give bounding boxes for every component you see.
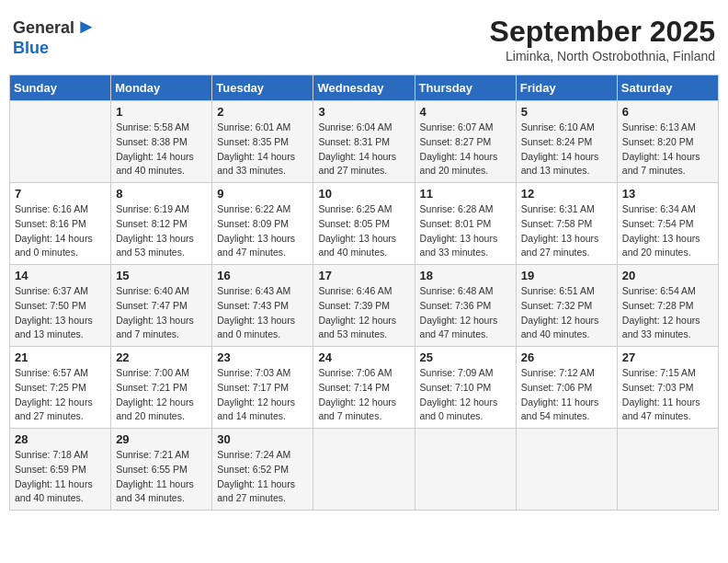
calendar-cell: 24Sunrise: 7:06 AM Sunset: 7:14 PM Dayli…: [313, 347, 415, 429]
day-info: Sunrise: 7:00 AM Sunset: 7:21 PM Dayligh…: [116, 366, 207, 424]
calendar-cell: 15Sunrise: 6:40 AM Sunset: 7:47 PM Dayli…: [111, 265, 212, 347]
calendar-cell: 6Sunrise: 6:13 AM Sunset: 8:20 PM Daylig…: [617, 101, 718, 183]
day-info: Sunrise: 6:34 AM Sunset: 7:54 PM Dayligh…: [622, 202, 713, 260]
day-info: Sunrise: 6:22 AM Sunset: 8:09 PM Dayligh…: [217, 202, 308, 260]
calendar-week-2: 7Sunrise: 6:16 AM Sunset: 8:16 PM Daylig…: [10, 183, 719, 265]
calendar-cell: 7Sunrise: 6:16 AM Sunset: 8:16 PM Daylig…: [10, 183, 111, 265]
calendar-cell: [415, 429, 516, 511]
calendar-week-1: 1Sunrise: 5:58 AM Sunset: 8:38 PM Daylig…: [10, 101, 719, 183]
day-number: 13: [622, 187, 713, 201]
day-info: Sunrise: 6:10 AM Sunset: 8:24 PM Dayligh…: [521, 121, 612, 178]
day-info: Sunrise: 6:37 AM Sunset: 7:50 PM Dayligh…: [15, 284, 106, 342]
calendar-table: SundayMondayTuesdayWednesdayThursdayFrid…: [9, 75, 719, 511]
day-number: 20: [622, 269, 713, 282]
day-info: Sunrise: 7:09 AM Sunset: 7:10 PM Dayligh…: [420, 366, 511, 424]
calendar-cell: [516, 429, 617, 511]
day-info: Sunrise: 7:06 AM Sunset: 7:14 PM Dayligh…: [318, 366, 409, 424]
calendar-cell: 3Sunrise: 6:04 AM Sunset: 8:31 PM Daylig…: [313, 101, 415, 183]
day-number: 4: [420, 105, 511, 119]
weekday-header-monday: Monday: [111, 75, 212, 101]
day-number: 19: [521, 269, 612, 282]
calendar-cell: 1Sunrise: 5:58 AM Sunset: 8:38 PM Daylig…: [111, 101, 212, 183]
day-info: Sunrise: 6:16 AM Sunset: 8:16 PM Dayligh…: [15, 202, 106, 260]
day-number: 18: [420, 269, 511, 282]
weekday-header-wednesday: Wednesday: [313, 75, 415, 101]
calendar-cell: 9Sunrise: 6:22 AM Sunset: 8:09 PM Daylig…: [212, 183, 313, 265]
calendar-week-5: 28Sunrise: 7:18 AM Sunset: 6:59 PM Dayli…: [10, 429, 719, 511]
calendar-cell: 5Sunrise: 6:10 AM Sunset: 8:24 PM Daylig…: [516, 101, 617, 183]
day-info: Sunrise: 6:43 AM Sunset: 7:43 PM Dayligh…: [217, 284, 308, 342]
day-number: 29: [116, 432, 207, 446]
month-title: September 2025: [490, 15, 715, 49]
day-info: Sunrise: 6:19 AM Sunset: 8:12 PM Dayligh…: [116, 202, 207, 260]
day-number: 10: [318, 187, 409, 201]
calendar-cell: 14Sunrise: 6:37 AM Sunset: 7:50 PM Dayli…: [10, 265, 111, 347]
day-info: Sunrise: 6:54 AM Sunset: 7:28 PM Dayligh…: [622, 284, 713, 342]
day-info: Sunrise: 7:18 AM Sunset: 6:59 PM Dayligh…: [15, 448, 106, 506]
day-info: Sunrise: 6:04 AM Sunset: 8:31 PM Dayligh…: [318, 121, 409, 178]
day-info: Sunrise: 7:12 AM Sunset: 7:06 PM Dayligh…: [521, 366, 612, 424]
calendar-cell: 18Sunrise: 6:48 AM Sunset: 7:36 PM Dayli…: [415, 265, 516, 347]
day-number: 14: [15, 269, 106, 282]
logo-blue: Blue: [13, 39, 49, 57]
day-info: Sunrise: 5:58 AM Sunset: 8:38 PM Dayligh…: [116, 121, 207, 178]
day-number: 5: [521, 105, 612, 119]
day-info: Sunrise: 6:01 AM Sunset: 8:35 PM Dayligh…: [217, 121, 308, 178]
calendar-cell: 13Sunrise: 6:34 AM Sunset: 7:54 PM Dayli…: [617, 183, 718, 265]
day-info: Sunrise: 6:51 AM Sunset: 7:32 PM Dayligh…: [521, 284, 612, 342]
calendar-cell: 16Sunrise: 6:43 AM Sunset: 7:43 PM Dayli…: [212, 265, 313, 347]
day-number: 1: [116, 105, 207, 119]
calendar-cell: 11Sunrise: 6:28 AM Sunset: 8:01 PM Dayli…: [415, 183, 516, 265]
day-number: 8: [116, 187, 207, 201]
calendar-cell: 2Sunrise: 6:01 AM Sunset: 8:35 PM Daylig…: [212, 101, 313, 183]
day-number: 21: [15, 350, 106, 364]
calendar-cell: 17Sunrise: 6:46 AM Sunset: 7:39 PM Dayli…: [313, 265, 415, 347]
day-number: 26: [521, 350, 612, 364]
day-info: Sunrise: 6:07 AM Sunset: 8:27 PM Dayligh…: [420, 121, 511, 178]
day-info: Sunrise: 6:25 AM Sunset: 8:05 PM Dayligh…: [318, 202, 409, 260]
day-number: 12: [521, 187, 612, 201]
page-header: General► Blue September 2025 Liminka, No…: [9, 9, 719, 69]
day-number: 3: [318, 105, 409, 119]
calendar-cell: 30Sunrise: 7:24 AM Sunset: 6:52 PM Dayli…: [212, 429, 313, 511]
day-info: Sunrise: 6:46 AM Sunset: 7:39 PM Dayligh…: [318, 284, 409, 342]
weekday-header-sunday: Sunday: [10, 75, 111, 101]
day-number: 28: [15, 432, 106, 446]
day-number: 22: [116, 350, 207, 364]
weekday-header-saturday: Saturday: [617, 75, 718, 101]
calendar-week-4: 21Sunrise: 6:57 AM Sunset: 7:25 PM Dayli…: [10, 347, 719, 429]
day-number: 24: [318, 350, 409, 364]
day-info: Sunrise: 6:57 AM Sunset: 7:25 PM Dayligh…: [15, 366, 106, 424]
location-title: Liminka, North Ostrobothnia, Finland: [490, 49, 715, 63]
calendar-cell: 23Sunrise: 7:03 AM Sunset: 7:17 PM Dayli…: [212, 347, 313, 429]
day-number: 2: [217, 105, 308, 119]
calendar-cell: 21Sunrise: 6:57 AM Sunset: 7:25 PM Dayli…: [10, 347, 111, 429]
day-number: 23: [217, 350, 308, 364]
calendar-cell: 20Sunrise: 6:54 AM Sunset: 7:28 PM Dayli…: [617, 265, 718, 347]
day-info: Sunrise: 7:15 AM Sunset: 7:03 PM Dayligh…: [622, 366, 713, 424]
day-number: 7: [15, 187, 106, 201]
day-number: 25: [420, 350, 511, 364]
weekday-header-friday: Friday: [516, 75, 617, 101]
weekday-header-tuesday: Tuesday: [212, 75, 313, 101]
day-info: Sunrise: 6:28 AM Sunset: 8:01 PM Dayligh…: [420, 202, 511, 260]
calendar-cell: 26Sunrise: 7:12 AM Sunset: 7:06 PM Dayli…: [516, 347, 617, 429]
calendar-cell: 4Sunrise: 6:07 AM Sunset: 8:27 PM Daylig…: [415, 101, 516, 183]
calendar-cell: 22Sunrise: 7:00 AM Sunset: 7:21 PM Dayli…: [111, 347, 212, 429]
calendar-cell: 8Sunrise: 6:19 AM Sunset: 8:12 PM Daylig…: [111, 183, 212, 265]
day-number: 15: [116, 269, 207, 282]
day-number: 9: [217, 187, 308, 201]
day-number: 11: [420, 187, 511, 201]
calendar-cell: 19Sunrise: 6:51 AM Sunset: 7:32 PM Dayli…: [516, 265, 617, 347]
calendar-cell: 10Sunrise: 6:25 AM Sunset: 8:05 PM Dayli…: [313, 183, 415, 265]
calendar-cell: 25Sunrise: 7:09 AM Sunset: 7:10 PM Dayli…: [415, 347, 516, 429]
logo: General► Blue: [13, 15, 97, 58]
day-number: 27: [622, 350, 713, 364]
day-number: 6: [622, 105, 713, 119]
calendar-week-3: 14Sunrise: 6:37 AM Sunset: 7:50 PM Dayli…: [10, 265, 719, 347]
day-number: 17: [318, 269, 409, 282]
weekday-header-thursday: Thursday: [415, 75, 516, 101]
calendar-cell: 27Sunrise: 7:15 AM Sunset: 7:03 PM Dayli…: [617, 347, 718, 429]
day-info: Sunrise: 6:31 AM Sunset: 7:58 PM Dayligh…: [521, 202, 612, 260]
calendar-cell: [313, 429, 415, 511]
